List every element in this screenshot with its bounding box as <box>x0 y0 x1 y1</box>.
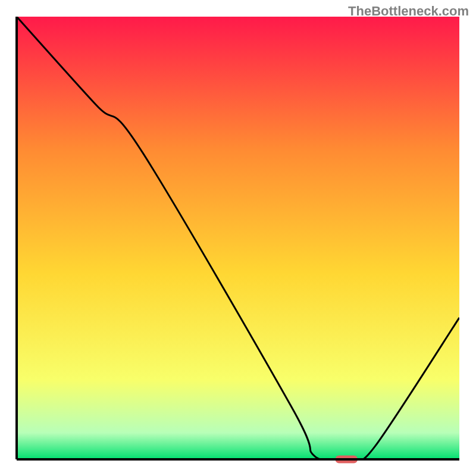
watermark-text: TheBottleneck.com <box>348 4 469 19</box>
gradient-background <box>17 17 459 459</box>
chart-container: TheBottleneck.com <box>0 0 476 476</box>
bottleneck-chart <box>0 0 476 476</box>
